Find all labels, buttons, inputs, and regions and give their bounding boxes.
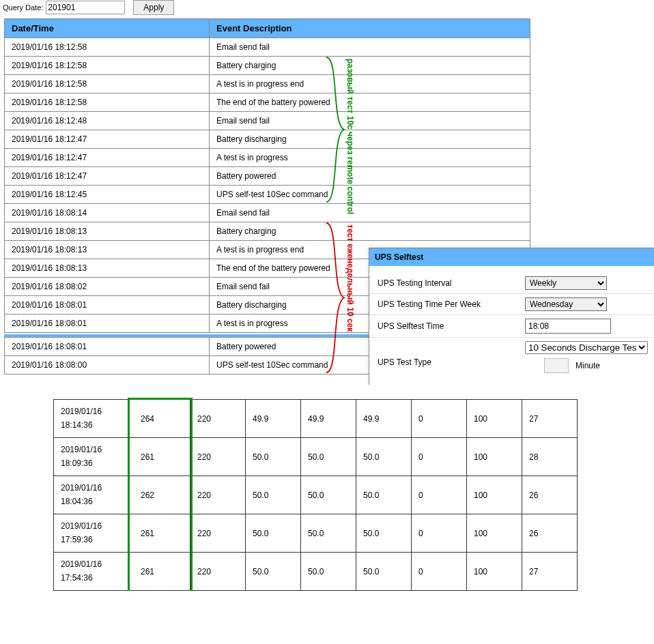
cell-value: 220 [190,553,246,591]
cell-value: 262 [130,476,190,514]
cell-date-time: 2019/01/16 18:12:48 [5,112,210,130]
cell-value: 50.0 [301,476,356,514]
table-row: 2019/01/1618:04:3626222050.050.050.00100… [54,476,578,514]
cell-event-desc: The end of the battery powered [210,93,530,112]
cell-date-time: 2019/01/16 18:08:14 [5,204,210,222]
cell-date-time: 2019/01/16 18:08:02 [5,278,210,296]
table-row: 2019/01/16 18:12:58Battery charging [5,57,530,75]
cell-date-time: 2019/01/16 18:12:47 [5,149,210,167]
cell-event-desc: Email send fail [210,112,530,130]
table-row: 2019/01/1617:59:3626122050.050.050.00100… [54,514,578,553]
query-date-input[interactable] [46,1,125,14]
selftest-minute-line: Minute [544,358,648,373]
cell-date-time: 2019/01/16 18:08:13 [5,259,210,278]
cell-value: 50.0 [301,514,356,553]
selftest-title: UPS Selftest [369,248,654,266]
selftest-row-type: UPS Test Type 10 Seconds Discharge Test … [369,337,654,377]
cell-value: 220 [190,476,246,514]
table-row: 2019/01/16 18:12:47Battery powered [5,167,530,186]
cell-event-desc: Email send fail [210,38,530,57]
cell-value: 261 [130,514,190,553]
cell-value: 100 [467,514,522,553]
cell-value: 50.0 [301,553,356,591]
selftest-minute-label: Minute [575,361,600,370]
cell-date-time: 2019/01/16 18:08:01 [5,296,210,314]
table-row: 2019/01/16 18:12:47Battery discharging [5,130,530,149]
cell-value: 0 [412,553,467,591]
selftest-minute-input[interactable] [544,358,569,373]
cell-date-time: 2019/01/16 18:12:45 [5,186,210,204]
cell-date-time: 2019/01/16 18:12:47 [5,130,210,149]
cell-value: 50.0 [356,514,412,553]
selftest-row-time: UPS Selftest Time [369,314,654,337]
cell-date-time: 2019/01/16 18:12:58 [5,38,210,57]
table-row: 2019/01/16 18:12:58Email send fail [5,38,530,57]
cell-value: 26 [522,514,578,553]
selftest-time-input[interactable] [525,319,611,334]
table-row: 2019/01/1618:09:3626122050.050.050.00100… [54,438,578,476]
cell-date-time: 2019/01/16 18:12:47 [5,167,210,186]
cell-value: 50.0 [356,476,412,514]
cell-date-time: 2019/01/16 18:08:01 [5,314,210,333]
cell-event-desc: Battery charging [210,222,530,241]
cell-value: 100 [467,438,522,476]
cell-value: 50.0 [301,438,356,476]
cell-datetime: 2019/01/1617:59:36 [54,514,130,553]
cell-value: 261 [130,553,190,591]
cell-value: 49.9 [356,400,412,438]
cell-date-time: 2019/01/16 18:12:58 [5,75,210,93]
measurements-table: 2019/01/1618:14:3626422049.949.949.90100… [53,399,578,591]
table-row: 2019/01/16 18:12:47A test is in progress [5,149,530,167]
selftest-time-label: UPS Selftest Time [369,321,525,331]
query-bar: Query Date: Apply [0,0,654,17]
annotation-green: разовый тест 10с через remote control [345,59,355,201]
measurements-container: 2019/01/1618:14:3626422049.949.949.90100… [0,399,654,591]
cell-value: 27 [522,400,578,438]
cell-value: 100 [467,476,522,514]
cell-value: 100 [467,400,522,438]
cell-value: 50.0 [246,438,301,476]
cell-event-desc: A test is in progress [210,149,530,167]
cell-value: 50.0 [356,553,412,591]
cell-datetime: 2019/01/1617:54:36 [54,553,130,591]
cell-value: 100 [467,553,522,591]
cell-date-time: 2019/01/16 18:12:58 [5,57,210,75]
selftest-row-interval: UPS Testing Interval Weekly [369,273,654,293]
cell-value: 220 [190,400,246,438]
cell-value: 50.0 [246,553,301,591]
cell-date-time: 2019/01/16 18:08:13 [5,222,210,241]
cell-value: 220 [190,514,246,553]
table-row: 2019/01/16 18:08:13Battery charging [5,222,530,241]
cell-date-time: 2019/01/16 18:08:13 [5,241,210,259]
query-label: Query Date: [3,3,43,12]
selftest-week-select[interactable]: Wednesday [525,297,607,311]
col-date-time: Date/Time [5,19,210,38]
cell-event-desc: Battery charging [210,57,530,75]
annotation-red: тест еженедельный 10 сек [345,224,355,371]
selftest-type-select[interactable]: 10 Seconds Discharge Test [525,341,648,354]
cell-datetime: 2019/01/1618:04:36 [54,476,130,514]
table-row: 2019/01/16 18:12:58A test is in progress… [5,75,530,93]
table-row: 2019/01/1618:14:3626422049.949.949.90100… [54,400,578,438]
cell-event-desc: Email send fail [210,204,530,222]
cell-value: 49.9 [301,400,356,438]
selftest-row-week: UPS Testing Time Per Week Wednesday [369,293,654,314]
cell-datetime: 2019/01/1618:09:36 [54,438,130,476]
cell-value: 0 [412,514,467,553]
cell-value: 50.0 [356,438,412,476]
cell-event-desc: UPS self-test 10Sec command [210,186,530,204]
table-row: 2019/01/16 18:08:14Email send fail [5,204,530,222]
table-row: 2019/01/16 18:12:45UPS self-test 10Sec c… [5,186,530,204]
cell-date-time: 2019/01/16 18:08:00 [5,356,210,375]
table-row: 2019/01/16 18:12:48Email send fail [5,112,530,130]
cell-value: 50.0 [246,476,301,514]
cell-value: 49.9 [246,400,301,438]
selftest-interval-select[interactable]: Weekly [525,276,607,290]
apply-button[interactable]: Apply [133,0,174,15]
cell-value: 0 [412,438,467,476]
table-header-row: Date/Time Event Description [5,19,530,38]
cell-value: 27 [522,553,578,591]
cell-value: 0 [412,476,467,514]
cell-value: 264 [130,400,190,438]
cell-value: 0 [412,400,467,438]
